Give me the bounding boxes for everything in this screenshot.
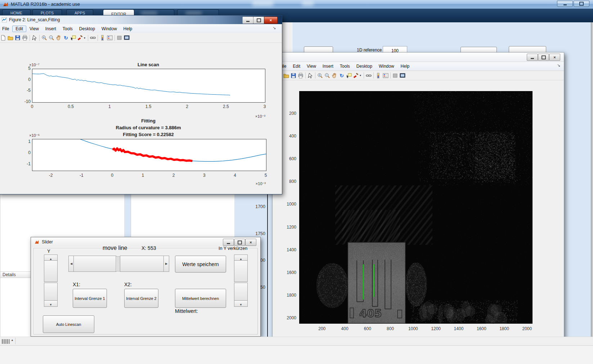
main-restore-button[interactable] bbox=[574, 1, 589, 7]
y2-slider-down-arrow[interactable]: ▼ bbox=[234, 300, 248, 307]
tick-label: 1400 bbox=[450, 326, 468, 331]
main-window-titlebar[interactable]: MATLAB R2016b - academic use bbox=[0, 0, 593, 9]
main-minimize-button[interactable] bbox=[557, 1, 573, 7]
menu-desktop[interactable]: Desktop bbox=[76, 26, 98, 32]
graysq-icon[interactable] bbox=[116, 35, 123, 41]
dropdown-arrow-icon[interactable]: ▾ bbox=[360, 74, 363, 77]
toolbar-separator bbox=[98, 35, 98, 41]
toolbar-separator bbox=[373, 72, 374, 78]
y-slider-track[interactable] bbox=[44, 283, 58, 301]
tick-label: 1200 bbox=[280, 225, 296, 230]
graysq-icon[interactable] bbox=[392, 72, 399, 79]
zoomin-icon[interactable] bbox=[41, 35, 48, 41]
figimg-close-button[interactable]: × bbox=[549, 54, 560, 61]
slider-thumb-1[interactable] bbox=[73, 256, 116, 272]
menu-desktop[interactable]: Desktop bbox=[353, 63, 376, 69]
slider-minimize-button[interactable] bbox=[223, 239, 234, 246]
y2-slider-track[interactable] bbox=[234, 283, 248, 301]
slider-thumb-2[interactable] bbox=[120, 256, 164, 272]
interval-limit-1-button[interactable]: Interval Grenze 1 bbox=[73, 289, 107, 308]
status-arrow-icon[interactable]: ▲ bbox=[11, 338, 14, 342]
y-slider-right[interactable]: ▲ ▼ bbox=[234, 255, 248, 306]
monitor-icon[interactable] bbox=[123, 35, 130, 41]
save-values-button[interactable]: Werte speichern bbox=[175, 256, 226, 273]
tick-label: 1.5 bbox=[141, 104, 156, 109]
monitor-icon[interactable] bbox=[399, 72, 406, 79]
data-series bbox=[113, 148, 193, 161]
hand-icon[interactable] bbox=[55, 35, 62, 41]
figure2-titlebar[interactable]: Figure 2: Line_scan,Fitting bbox=[0, 15, 282, 24]
y2-slider-thumb[interactable] bbox=[234, 260, 248, 282]
colorbar-icon[interactable] bbox=[99, 35, 106, 41]
slider-close-button[interactable]: × bbox=[245, 239, 256, 246]
bottom-strip bbox=[0, 346, 593, 364]
menu-insert[interactable]: Insert bbox=[42, 26, 59, 32]
menu-tools[interactable]: Tools bbox=[59, 26, 76, 32]
legend-icon[interactable] bbox=[382, 72, 389, 79]
auto-linescan-button[interactable]: Auto Linescan bbox=[43, 315, 94, 333]
print-icon[interactable] bbox=[21, 35, 28, 41]
menu-tools[interactable]: Tools bbox=[337, 63, 353, 69]
tick-label: 0 bbox=[105, 173, 120, 178]
fitting-axes[interactable] bbox=[32, 139, 266, 171]
tick-label: 1200 bbox=[427, 326, 445, 331]
menu-view[interactable]: View bbox=[304, 63, 319, 69]
zoomin-icon[interactable] bbox=[316, 72, 324, 79]
toolbar-separator bbox=[315, 72, 315, 78]
folder-icon[interactable] bbox=[283, 72, 290, 79]
zoomout-icon[interactable] bbox=[324, 72, 331, 79]
menu-view[interactable]: View bbox=[26, 26, 42, 32]
menu-edit[interactable]: Edit bbox=[289, 63, 304, 69]
brush-icon[interactable] bbox=[77, 35, 84, 41]
colorbar-icon[interactable] bbox=[375, 72, 382, 79]
fig2-restore-button[interactable] bbox=[253, 17, 264, 24]
folder-icon[interactable] bbox=[7, 35, 14, 41]
figimg-minimize-button[interactable] bbox=[527, 54, 538, 61]
linescan-axes[interactable] bbox=[32, 69, 265, 103]
cursor-icon[interactable] bbox=[307, 72, 314, 79]
move-line-slider[interactable]: ◀ ▶ bbox=[68, 256, 169, 272]
menu-file[interactable]: File bbox=[0, 26, 12, 32]
hand-icon[interactable] bbox=[331, 72, 338, 79]
fig2-menubar: FileEditViewInsertToolsDesktopWindowHelp bbox=[0, 24, 282, 33]
fig2-minimize-button[interactable] bbox=[242, 17, 253, 24]
menu-help[interactable]: Help bbox=[397, 63, 413, 69]
dock-arrow-icon[interactable]: ↘ bbox=[557, 63, 560, 68]
status-grip-icon[interactable] bbox=[2, 339, 10, 344]
y-slider-left[interactable]: ▲ ▼ bbox=[44, 255, 58, 306]
slider-restore-button[interactable] bbox=[234, 239, 245, 246]
link-icon[interactable] bbox=[365, 72, 372, 79]
menu-insert[interactable]: Insert bbox=[319, 63, 337, 69]
y-slider-down-arrow[interactable]: ▼ bbox=[44, 300, 58, 307]
menu-edit[interactable]: Edit bbox=[12, 26, 26, 32]
calc-mean-button[interactable]: Mittelwert berechnen bbox=[175, 289, 226, 308]
brush-icon[interactable] bbox=[352, 72, 360, 79]
tick-label: 1800 bbox=[280, 293, 296, 298]
menu-help[interactable]: Help bbox=[120, 26, 136, 32]
datacursor-icon[interactable] bbox=[69, 35, 77, 41]
y-slider-thumb[interactable] bbox=[44, 260, 58, 282]
zoomout-icon[interactable] bbox=[48, 35, 55, 41]
micrograph-image[interactable] bbox=[299, 91, 533, 324]
cursor-icon[interactable] bbox=[31, 35, 38, 41]
dock-arrow-icon[interactable]: ↘ bbox=[273, 26, 276, 30]
figimg-restore-button[interactable] bbox=[538, 54, 549, 61]
interval-limit-2-button[interactable]: Interval Grenze 2 bbox=[124, 289, 158, 308]
rotate-icon[interactable]: ↻ bbox=[62, 35, 69, 41]
page-icon[interactable] bbox=[0, 35, 7, 41]
datacursor-icon[interactable] bbox=[345, 72, 352, 79]
print-icon[interactable] bbox=[297, 72, 304, 79]
rotate-icon[interactable]: ↻ bbox=[338, 72, 345, 79]
slider-right-arrow[interactable]: ▶ bbox=[163, 256, 169, 272]
legend-icon[interactable] bbox=[106, 35, 113, 41]
figure-image-titlebar[interactable]: d bbox=[273, 53, 564, 62]
floppy-icon[interactable] bbox=[290, 72, 297, 79]
dropdown-arrow-icon[interactable]: ▾ bbox=[84, 36, 87, 40]
tick-label: 0 bbox=[15, 150, 31, 155]
menu-window[interactable]: Window bbox=[98, 26, 120, 32]
fig2-close-button[interactable]: × bbox=[264, 17, 278, 24]
menu-window[interactable]: Window bbox=[376, 63, 397, 69]
link-icon[interactable] bbox=[89, 35, 96, 41]
floppy-icon[interactable] bbox=[14, 35, 21, 41]
toolbar-separator bbox=[114, 35, 115, 41]
